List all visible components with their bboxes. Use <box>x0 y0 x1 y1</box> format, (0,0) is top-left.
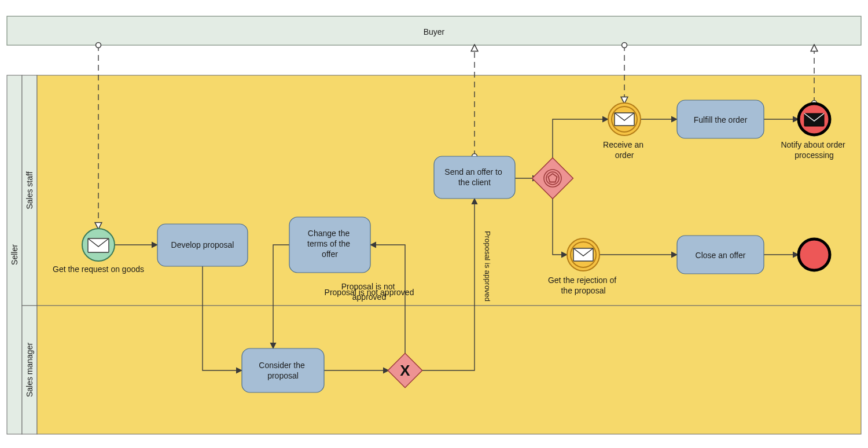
task-change-terms: Change the terms of the offer <box>289 217 370 273</box>
envelope-icon <box>615 113 634 126</box>
bpmn-diagram: Buyer Seller Sales staff Sales manager <box>0 0 868 448</box>
task-close-offer-label: Close an offer <box>696 251 746 260</box>
envelope-icon <box>88 238 109 252</box>
seller-pool-label: Seller <box>10 244 19 265</box>
lane-sales-staff-label: Sales staff <box>25 171 34 209</box>
buyer-pool-label: Buyer <box>424 27 445 36</box>
svg-point-24 <box>799 239 830 270</box>
task-consider-proposal: Consider the proposal <box>242 348 324 392</box>
task-close-offer: Close an offer <box>677 236 764 274</box>
lane-sales-manager-label: Sales manager <box>25 343 34 398</box>
task-send-offer: Send an offer to the client <box>434 156 515 199</box>
envelope-icon <box>573 248 593 261</box>
lane-sales-manager <box>37 306 861 434</box>
gateway-exclusive-marker: X <box>400 362 410 379</box>
task-fulfill-order: Fulfill the order <box>677 100 764 138</box>
task-develop-proposal-label: Develop proposal <box>171 240 234 249</box>
task-fulfill-order-label: Fulfill the order <box>694 115 748 124</box>
svg-rect-25 <box>242 348 324 392</box>
start-event-label: Get the request on goods <box>53 265 144 274</box>
envelope-dark-icon <box>804 113 824 126</box>
label-approved: Proposal is approved <box>483 231 492 302</box>
task-develop-proposal: Develop proposal <box>157 224 248 266</box>
buyer-pool: Buyer <box>7 16 861 45</box>
end-event-close <box>799 239 830 270</box>
